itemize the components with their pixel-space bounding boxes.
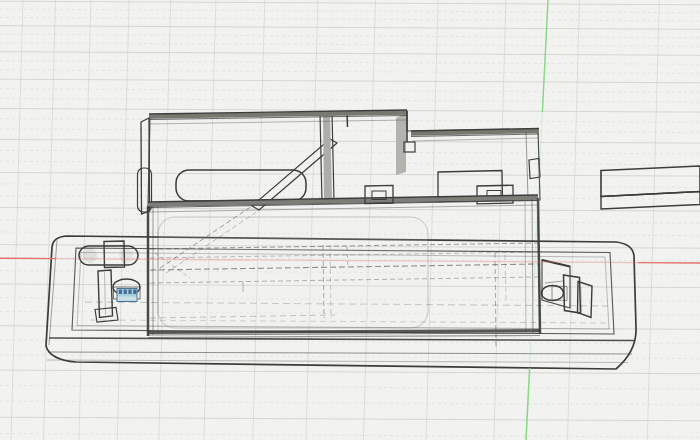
blue-connector-part[interactable] [117, 289, 137, 302]
left-tab-edge [104, 246, 124, 247]
left-latch-assembly[interactable] [79, 241, 140, 322]
right-wedge-edge [542, 260, 570, 267]
3d-viewport[interactable] [0, 0, 700, 440]
right-latch-assembly[interactable] [542, 260, 593, 318]
left-clip-foot[interactable] [95, 308, 118, 323]
right-latch-edge [545, 281, 563, 283]
top-rim-edges [149, 110, 539, 142]
enclosure-interior[interactable] [148, 112, 540, 206]
y-axis-line [526, 0, 548, 440]
front-pocket-ghost [158, 217, 428, 328]
blue-connector-highlight [118, 297, 137, 301]
model-assembly[interactable] [46, 110, 700, 369]
left-boss-shading2 [119, 248, 133, 263]
scene-canvas[interactable] [0, 0, 700, 440]
right-clip-line [581, 287, 582, 312]
enclosure-body[interactable] [138, 110, 541, 348]
left-boss-shading [83, 248, 97, 263]
divider-face [323, 115, 332, 199]
side-bar-front-face[interactable] [601, 192, 700, 210]
right-cylinder-rim[interactable] [542, 286, 564, 301]
